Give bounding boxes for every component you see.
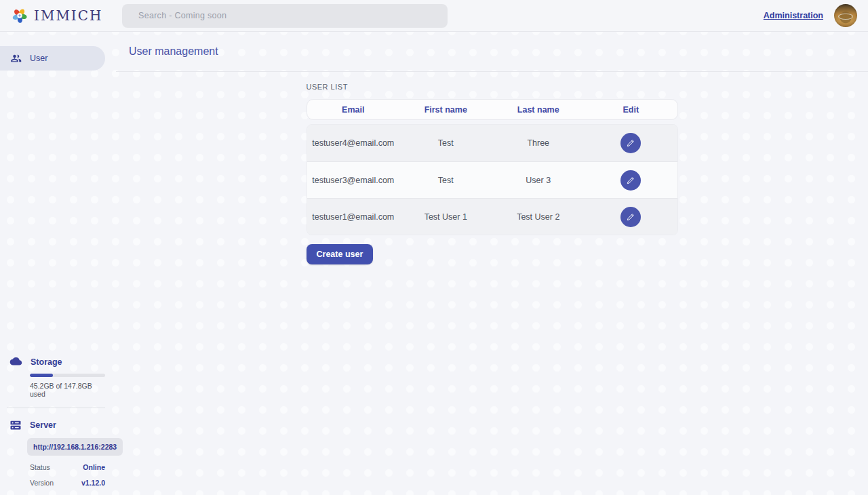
cell-last-name: User 3	[492, 176, 585, 185]
cell-last-name: Three	[492, 138, 585, 148]
server-status-label: Status	[30, 463, 50, 471]
cell-last-name: Test User 2	[492, 212, 585, 222]
create-user-button[interactable]: Create user	[307, 244, 374, 264]
pencil-icon	[626, 138, 635, 148]
sidebar-item-user[interactable]: User	[0, 46, 105, 71]
search-input[interactable]	[122, 4, 448, 28]
edit-user-button[interactable]	[620, 170, 641, 191]
table-row: testuser4@email.com Test Three	[307, 125, 677, 161]
server-url-chip[interactable]: http://192.168.1.216:2283	[27, 438, 123, 456]
cell-email: testuser3@email.com	[307, 176, 400, 185]
search-bar	[122, 4, 448, 28]
edit-user-button[interactable]	[620, 207, 641, 227]
page-titlebar: User management	[116, 32, 868, 72]
sidebar-item-user-label: User	[30, 54, 47, 63]
cell-email: testuser4@email.com	[307, 138, 400, 148]
column-header-edit: Edit	[585, 105, 677, 115]
server-version-label: Version	[30, 479, 54, 487]
user-list-label: USER LIST	[307, 83, 678, 91]
column-header-last-name: Last name	[492, 105, 585, 115]
column-header-first-name: First name	[399, 105, 492, 115]
table-row: testuser1@email.com Test User 1 Test Use…	[307, 198, 677, 235]
storage-progress-fill	[30, 374, 53, 377]
pencil-icon	[626, 212, 635, 222]
cloud-icon	[9, 355, 22, 368]
immich-logo-icon	[11, 7, 28, 24]
cell-first-name: Test	[399, 138, 492, 148]
main-content: User management USER LIST Email First na…	[116, 32, 868, 495]
app-logo-text: IMMICH	[34, 7, 103, 24]
sidebar-divider	[7, 408, 105, 408]
app-logo[interactable]: IMMICH	[0, 7, 122, 24]
column-header-email: Email	[307, 105, 400, 115]
server-icon	[9, 419, 22, 431]
server-title: Server	[30, 420, 56, 430]
user-table-rows: testuser4@email.com Test Three	[307, 124, 678, 235]
storage-progress-bar	[30, 374, 105, 377]
page-title: User management	[129, 45, 218, 58]
app-header: IMMICH Administration	[0, 0, 868, 32]
cell-first-name: Test	[399, 176, 492, 185]
edit-user-button[interactable]	[620, 133, 641, 153]
user-avatar[interactable]	[834, 4, 857, 27]
server-status-value: Online	[83, 463, 105, 471]
table-row: testuser3@email.com Test User 3	[307, 161, 677, 198]
server-version-value: v1.12.0	[81, 479, 105, 487]
storage-usage-text: 45.2GB of 147.8GB used	[30, 382, 105, 398]
cell-email: testuser1@email.com	[307, 212, 400, 222]
cell-first-name: Test User 1	[399, 212, 492, 222]
user-table-header: Email First name Last name Edit	[307, 99, 678, 120]
storage-title: Storage	[31, 357, 62, 367]
admin-sidebar: User Storage 45.2GB of 147.8GB used	[0, 32, 116, 495]
pencil-icon	[626, 176, 635, 185]
users-icon	[9, 52, 22, 64]
administration-link[interactable]: Administration	[764, 11, 823, 20]
